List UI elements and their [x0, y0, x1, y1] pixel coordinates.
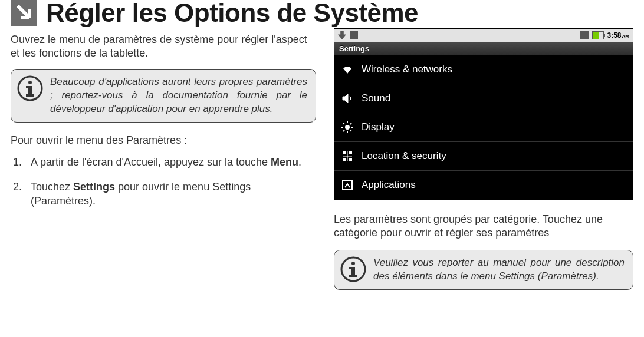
svg-rect-18 [349, 158, 352, 161]
info-box-2: Veuillez vous reporter au manuel pour un… [334, 250, 633, 290]
document-page: Régler les Options de Système Ouvrez le … [0, 0, 644, 337]
step-after: . [298, 156, 301, 168]
status-right: 3:58AM [580, 31, 629, 39]
settings-item-label: Sound [362, 92, 390, 104]
battery-icon [592, 31, 604, 39]
status-left-icons [338, 31, 358, 39]
instructions-heading: Pour ouvrir le menu des Paramètres : [11, 134, 316, 147]
svg-line-14 [343, 130, 344, 131]
svg-point-23 [351, 262, 355, 265]
step-text: A partir de l'écran d'Accueil, appuyez s… [31, 156, 301, 168]
time-value: 3:58 [607, 31, 622, 39]
settings-header: Settings [334, 42, 633, 55]
svg-line-12 [350, 130, 351, 131]
step-before: Touchez [31, 181, 73, 193]
step-text: Touchez Settings pour ouvrir le menu Set… [31, 181, 251, 207]
arrow-down-right-icon [11, 0, 37, 26]
sd-card-icon [580, 31, 589, 39]
settings-item-label: Wireless & networks [362, 64, 452, 75]
settings-item-location[interactable]: Location & security [334, 142, 633, 171]
settings-list: Wireless & networks Sound Display [334, 55, 633, 199]
tablet-screenshot: 3:58AM Settings Wireless & networks [334, 28, 633, 200]
page-title: Régler les Options de Système [46, 0, 418, 26]
settings-item-applications[interactable]: Applications [334, 171, 633, 199]
settings-item-label: Applications [362, 179, 416, 191]
settings-item-display[interactable]: Display [334, 113, 633, 142]
sound-icon [341, 92, 353, 104]
svg-point-2 [28, 81, 32, 84]
step-bold: Menu [271, 156, 298, 168]
info-text-1: Beaucoup d'applications auront leurs pro… [50, 75, 307, 116]
notification-icon [350, 31, 358, 39]
svg-rect-4 [26, 86, 32, 88]
steps-list: A partir de l'écran d'Accueil, appuyez s… [11, 155, 316, 209]
svg-line-13 [350, 123, 351, 124]
svg-rect-5 [26, 94, 34, 97]
step-item: A partir de l'écran d'Accueil, appuyez s… [25, 155, 316, 169]
right-column: 3:58AM Settings Wireless & networks [334, 28, 633, 302]
svg-point-6 [345, 125, 350, 130]
settings-item-sound[interactable]: Sound [334, 84, 633, 113]
svg-rect-17 [343, 158, 346, 161]
settings-item-wireless[interactable]: Wireless & networks [334, 55, 633, 84]
info-text-2: Veuillez vous reporter au manuel pour un… [373, 256, 625, 283]
svg-line-11 [343, 123, 344, 124]
content-columns: Ouvrez le menu de paramètres de système … [11, 28, 633, 302]
status-time: 3:58AM [607, 31, 629, 39]
apps-icon [341, 179, 353, 191]
info-icon [17, 75, 43, 101]
svg-rect-26 [349, 275, 357, 277]
post-screenshot-text: Les paramètres sont groupés par catégori… [334, 213, 633, 240]
svg-rect-15 [343, 151, 346, 154]
svg-rect-21 [343, 180, 352, 190]
status-bar: 3:58AM [334, 29, 633, 42]
step-before: A partir de l'écran d'Accueil, appuyez s… [31, 156, 271, 168]
download-icon [338, 31, 346, 39]
step-bold: Settings [73, 181, 115, 193]
time-ampm: AM [622, 34, 629, 39]
svg-rect-25 [349, 267, 355, 269]
settings-item-label: Display [362, 121, 395, 133]
title-row: Régler les Options de Système [11, 0, 633, 26]
display-icon [341, 121, 353, 133]
left-column: Ouvrez le menu de paramètres de système … [11, 28, 316, 302]
svg-rect-16 [349, 151, 352, 154]
info-box-1: Beaucoup d'applications auront leurs pro… [11, 69, 316, 123]
wifi-icon [341, 64, 353, 75]
intro-paragraph: Ouvrez le menu de paramètres de système … [11, 33, 316, 60]
location-icon [341, 150, 353, 162]
info-icon [340, 256, 366, 282]
step-item: Touchez Settings pour ouvrir le menu Set… [25, 180, 316, 209]
settings-item-label: Location & security [362, 150, 446, 162]
